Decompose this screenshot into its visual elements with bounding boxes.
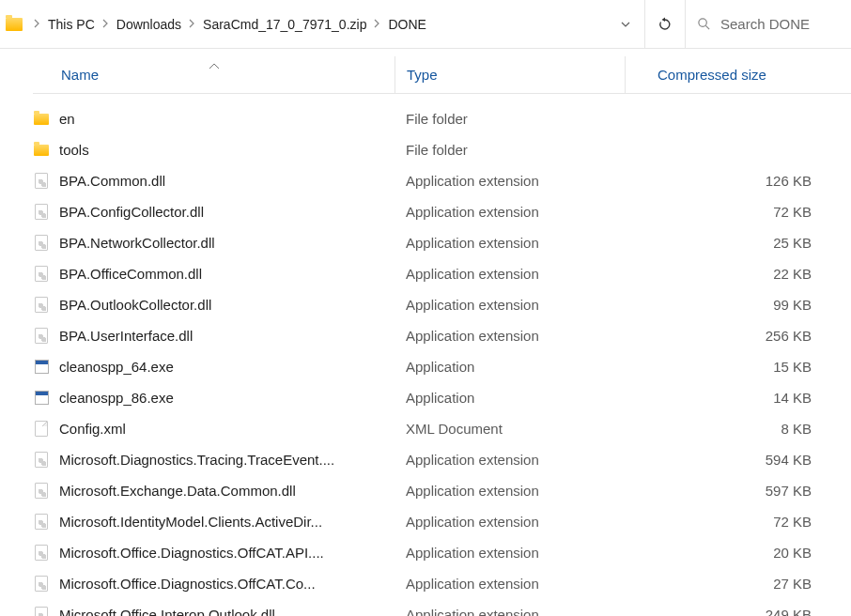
file-size: 126 KB bbox=[625, 173, 851, 189]
file-icon-wrapper bbox=[33, 297, 50, 314]
file-name-cell: en bbox=[33, 111, 395, 128]
exe-icon bbox=[35, 391, 49, 405]
file-name: Microsoft.Office.Interop.Outlook.dll bbox=[59, 607, 275, 616]
refresh-button[interactable] bbox=[644, 0, 686, 48]
chevron-right-icon[interactable] bbox=[374, 19, 380, 30]
file-name-cell: Microsoft.IdentityModel.Clients.ActiveDi… bbox=[33, 514, 395, 531]
file-size: 72 KB bbox=[625, 514, 851, 530]
file-icon-wrapper bbox=[33, 576, 50, 593]
file-row[interactable]: Microsoft.Exchange.Data.Common.dllApplic… bbox=[33, 475, 851, 506]
file-row[interactable]: Config.xmlXML Document8 KB bbox=[33, 413, 851, 444]
dll-icon bbox=[35, 235, 48, 251]
file-icon-wrapper bbox=[33, 421, 50, 438]
breadcrumb-item[interactable]: SaraCmd_17_0_7971_0.zip bbox=[201, 13, 368, 36]
breadcrumb-dropdown-icon[interactable] bbox=[612, 13, 639, 36]
file-row[interactable]: Microsoft.IdentityModel.Clients.ActiveDi… bbox=[33, 506, 851, 537]
file-list: enFile foldertoolsFile folderBPA.Common.… bbox=[33, 94, 851, 616]
file-name: Config.xml bbox=[59, 421, 126, 437]
file-size: 594 KB bbox=[625, 452, 851, 468]
file-name: BPA.UserInterface.dll bbox=[59, 328, 193, 344]
file-name-cell: Config.xml bbox=[33, 421, 395, 438]
file-row[interactable]: BPA.OfficeCommon.dllApplication extensio… bbox=[33, 258, 851, 289]
file-name: tools bbox=[59, 142, 89, 158]
dll-icon bbox=[35, 483, 48, 499]
file-type: File folder bbox=[395, 142, 625, 158]
exe-icon bbox=[35, 360, 49, 374]
file-size: 25 KB bbox=[625, 235, 851, 251]
file-row[interactable]: BPA.NetworkCollector.dllApplication exte… bbox=[33, 227, 851, 258]
breadcrumb-item[interactable]: DONE bbox=[386, 13, 427, 36]
svg-line-1 bbox=[705, 25, 709, 29]
address-bar[interactable]: This PCDownloadsSaraCmd_17_0_7971_0.zipD… bbox=[0, 0, 644, 48]
file-type: XML Document bbox=[395, 421, 625, 437]
file-name: Microsoft.Diagnostics.Tracing.TraceEvent… bbox=[59, 452, 334, 468]
file-name-cell: BPA.OfficeCommon.dll bbox=[33, 266, 395, 283]
dll-icon bbox=[35, 204, 48, 220]
file-row[interactable]: BPA.UserInterface.dllApplication extensi… bbox=[33, 320, 851, 351]
file-row[interactable]: BPA.OutlookCollector.dllApplication exte… bbox=[33, 289, 851, 320]
location-folder-icon bbox=[6, 18, 23, 31]
chevron-right-icon[interactable] bbox=[189, 19, 195, 30]
file-name-cell: Microsoft.Office.Diagnostics.OffCAT.Co..… bbox=[33, 576, 395, 593]
file-size: 14 KB bbox=[625, 390, 851, 406]
chevron-right-icon[interactable] bbox=[102, 19, 109, 30]
file-size: 20 KB bbox=[625, 545, 851, 561]
svg-point-0 bbox=[699, 19, 706, 26]
file-name: cleanospp_64.exe bbox=[59, 359, 174, 375]
file-type: Application extension bbox=[395, 204, 625, 220]
file-row[interactable]: cleanospp_86.exeApplication14 KB bbox=[33, 382, 851, 413]
file-row[interactable]: toolsFile folder bbox=[33, 134, 851, 165]
dll-icon bbox=[35, 173, 48, 189]
file-name-cell: tools bbox=[33, 142, 395, 159]
file-icon-wrapper bbox=[33, 359, 50, 376]
file-row[interactable]: Microsoft.Office.Diagnostics.OffCAT.API.… bbox=[33, 537, 851, 568]
file-icon-wrapper bbox=[33, 483, 50, 500]
file-type: Application bbox=[395, 359, 625, 375]
column-header-size[interactable]: Compressed size bbox=[625, 56, 851, 93]
file-name: BPA.OutlookCollector.dll bbox=[59, 297, 211, 313]
file-name-cell: Microsoft.Office.Diagnostics.OffCAT.API.… bbox=[33, 545, 395, 562]
file-type: Application extension bbox=[395, 173, 625, 189]
file-row[interactable]: enFile folder bbox=[33, 103, 851, 134]
file-row[interactable]: Microsoft.Office.Interop.Outlook.dllAppl… bbox=[33, 599, 851, 616]
file-row[interactable]: BPA.ConfigCollector.dllApplication exten… bbox=[33, 196, 851, 227]
file-name-cell: BPA.NetworkCollector.dll bbox=[33, 235, 395, 252]
dll-icon bbox=[35, 545, 48, 561]
search-icon bbox=[697, 17, 711, 31]
file-name: cleanospp_86.exe bbox=[59, 390, 174, 406]
folder-icon bbox=[34, 145, 49, 156]
column-header-type[interactable]: Type bbox=[395, 56, 625, 93]
file-icon-wrapper bbox=[33, 173, 50, 190]
file-icon-wrapper bbox=[33, 111, 50, 128]
file-type: Application extension bbox=[395, 266, 625, 282]
file-name-cell: BPA.OutlookCollector.dll bbox=[33, 297, 395, 314]
dll-icon bbox=[35, 266, 48, 282]
breadcrumb-item[interactable]: Downloads bbox=[115, 13, 183, 36]
breadcrumb-item[interactable]: This PC bbox=[46, 13, 97, 36]
file-icon-wrapper bbox=[33, 607, 50, 617]
file-name: BPA.ConfigCollector.dll bbox=[59, 204, 204, 220]
file-row[interactable]: BPA.Common.dllApplication extension126 K… bbox=[33, 165, 851, 196]
file-row[interactable]: Microsoft.Office.Diagnostics.OffCAT.Co..… bbox=[33, 568, 851, 599]
refresh-icon bbox=[658, 17, 673, 32]
file-type: File folder bbox=[395, 111, 625, 127]
dll-icon bbox=[35, 297, 48, 313]
file-size: 72 KB bbox=[625, 204, 851, 220]
file-size: 99 KB bbox=[625, 297, 851, 313]
folder-icon bbox=[34, 114, 49, 125]
file-size: 22 KB bbox=[625, 266, 851, 282]
chevron-right-icon[interactable] bbox=[34, 19, 40, 30]
file-size: 256 KB bbox=[625, 328, 851, 344]
search-box[interactable]: Search DONE bbox=[686, 0, 851, 48]
file-name-cell: cleanospp_86.exe bbox=[33, 390, 395, 407]
dll-icon bbox=[35, 576, 48, 592]
file-row[interactable]: Microsoft.Diagnostics.Tracing.TraceEvent… bbox=[33, 444, 851, 475]
file-icon-wrapper bbox=[33, 328, 50, 345]
file-type: Application extension bbox=[395, 607, 625, 616]
file-name-cell: BPA.UserInterface.dll bbox=[33, 328, 395, 345]
file-type: Application extension bbox=[395, 328, 625, 344]
file-name-cell: Microsoft.Office.Interop.Outlook.dll bbox=[33, 607, 395, 617]
file-row[interactable]: cleanospp_64.exeApplication15 KB bbox=[33, 351, 851, 382]
file-size: 27 KB bbox=[625, 576, 851, 592]
column-header-name[interactable]: Name bbox=[33, 67, 395, 84]
